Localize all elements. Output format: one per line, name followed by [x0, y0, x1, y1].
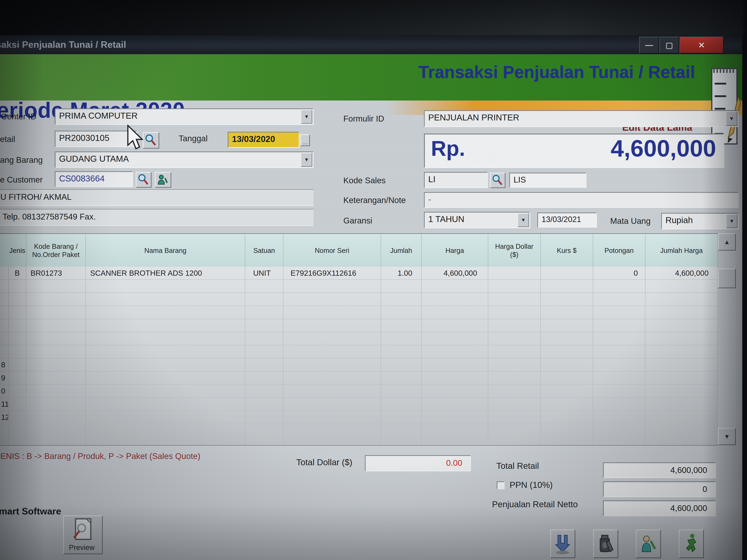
table-cell[interactable]	[381, 411, 422, 424]
table-cell[interactable]: UNIT	[245, 267, 283, 280]
table-cell[interactable]	[422, 293, 488, 306]
garansi-combo[interactable]: 1 TAHUN ▼	[424, 212, 530, 228]
table-cell[interactable]	[9, 306, 26, 319]
maximize-button[interactable]: ▢	[660, 36, 679, 53]
table-cell[interactable]	[245, 332, 283, 345]
table-cell[interactable]	[26, 345, 86, 358]
preview-button[interactable]: Preview	[63, 515, 103, 554]
table-cell[interactable]	[381, 437, 422, 446]
minimize-button[interactable]: —	[639, 36, 659, 53]
table-cell[interactable]	[86, 424, 245, 437]
table-scrollbar[interactable]	[718, 233, 736, 445]
table-cell[interactable]	[26, 293, 86, 306]
ppn-checkbox[interactable]	[497, 481, 505, 489]
table-cell[interactable]	[283, 319, 381, 332]
table-cell[interactable]	[645, 358, 718, 372]
table-cell[interactable]	[541, 267, 593, 280]
table-cell[interactable]	[645, 319, 718, 332]
table-cell[interactable]	[245, 293, 283, 306]
table-cell[interactable]	[488, 411, 541, 424]
tanggal-field[interactable]: 13/03/2020	[228, 132, 300, 148]
gudang-combo[interactable]: GUDANG UTAMA ▼	[55, 152, 313, 168]
table-cell[interactable]	[26, 280, 86, 293]
table-cell[interactable]	[26, 424, 86, 437]
table-cell[interactable]	[26, 319, 86, 332]
customer-search-button[interactable]	[136, 172, 152, 188]
table-cell[interactable]	[593, 424, 645, 437]
table-cell[interactable]	[381, 358, 422, 372]
table-cell[interactable]	[488, 424, 541, 437]
table-cell[interactable]	[488, 306, 541, 319]
table-cell[interactable]	[245, 437, 283, 446]
table-cell[interactable]	[593, 332, 645, 345]
table-cell[interactable]	[541, 319, 593, 332]
table-cell[interactable]	[541, 411, 593, 424]
table-cell[interactable]	[26, 437, 86, 446]
table-cell[interactable]	[245, 345, 283, 358]
table-cell[interactable]	[593, 345, 645, 358]
table-cell[interactable]	[645, 280, 718, 293]
table-cell[interactable]	[422, 437, 488, 446]
table-cell[interactable]	[9, 280, 26, 293]
table-cell[interactable]	[541, 306, 593, 319]
table-cell[interactable]: BR01273	[26, 267, 86, 280]
table-cell[interactable]	[26, 372, 86, 384]
table-cell[interactable]: 1.00	[381, 267, 422, 280]
table-cell[interactable]	[86, 332, 245, 345]
table-cell[interactable]	[9, 332, 26, 345]
table-cell[interactable]	[488, 384, 541, 398]
table-cell[interactable]	[0, 424, 9, 437]
table-cell[interactable]	[381, 424, 422, 437]
table-cell[interactable]	[0, 319, 9, 332]
table-cell[interactable]	[422, 280, 488, 293]
table-cell[interactable]	[86, 319, 245, 332]
table-cell[interactable]	[381, 398, 422, 411]
table-cell[interactable]	[488, 267, 541, 280]
table-cell[interactable]	[541, 384, 593, 398]
table-cell[interactable]	[26, 398, 86, 411]
chevron-down-icon[interactable]: ▼	[517, 213, 529, 227]
table-cell[interactable]	[283, 332, 381, 345]
table-cell[interactable]: 4,600,000	[645, 267, 718, 280]
table-cell[interactable]	[0, 306, 9, 319]
table-cell[interactable]	[283, 398, 381, 411]
mata-uang-combo[interactable]: Rupiah ▼	[661, 213, 739, 230]
table-cell[interactable]	[9, 293, 26, 306]
table-cell[interactable]: 11	[0, 398, 9, 411]
table-cell[interactable]	[245, 306, 283, 319]
retail-number-field[interactable]: PR20030105	[55, 131, 137, 147]
table-cell[interactable]: E79216G9X112616	[283, 267, 381, 280]
table-cell[interactable]	[0, 267, 9, 280]
table-cell[interactable]	[645, 332, 718, 345]
kode-sales-field[interactable]: LI	[424, 172, 488, 188]
table-cell[interactable]	[541, 372, 593, 384]
table-cell[interactable]	[488, 398, 541, 411]
table-cell[interactable]: 12	[0, 411, 9, 424]
table-cell[interactable]	[86, 280, 245, 293]
table-cell[interactable]	[593, 319, 645, 332]
table-cell[interactable]	[245, 398, 283, 411]
table-cell[interactable]	[0, 293, 9, 306]
table-cell[interactable]	[283, 293, 381, 306]
customer-detail-button[interactable]	[155, 172, 171, 188]
table-cell[interactable]	[645, 424, 718, 437]
table-cell[interactable]	[9, 345, 26, 358]
table-cell[interactable]	[9, 319, 26, 332]
table-cell[interactable]	[381, 384, 422, 398]
table-cell[interactable]	[283, 345, 381, 358]
table-cell[interactable]: 4,600,000	[422, 267, 488, 280]
delete-button[interactable]	[593, 530, 618, 558]
table-cell[interactable]	[422, 319, 488, 332]
table-cell[interactable]	[541, 332, 593, 345]
table-cell[interactable]	[541, 437, 593, 446]
table-cell[interactable]	[9, 398, 26, 411]
chevron-down-icon[interactable]: ▼	[726, 214, 738, 228]
table-cell[interactable]	[645, 306, 718, 319]
table-cell[interactable]	[645, 411, 718, 424]
table-cell[interactable]	[26, 358, 86, 372]
table-cell[interactable]	[422, 384, 488, 398]
table-cell[interactable]	[422, 358, 488, 372]
table-cell[interactable]	[86, 384, 245, 398]
table-cell[interactable]	[381, 306, 422, 319]
table-cell[interactable]	[283, 358, 381, 372]
